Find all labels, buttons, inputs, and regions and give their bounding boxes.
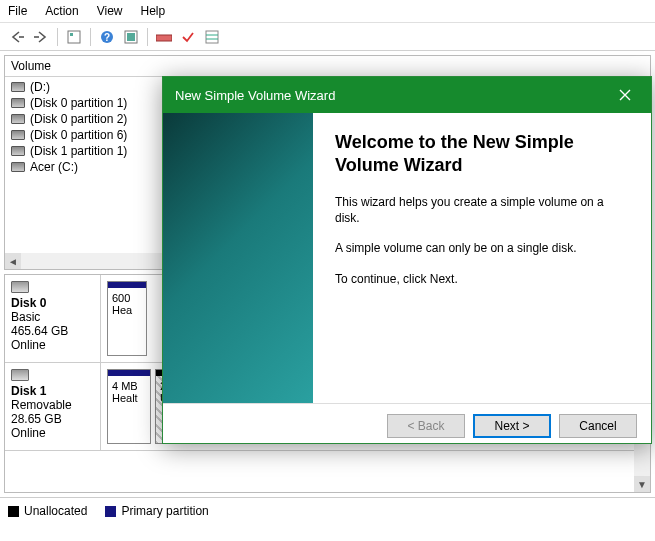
scroll-left-icon[interactable]: ◄ [5, 253, 21, 269]
volume-column-header[interactable]: Volume [5, 56, 650, 77]
cancel-button[interactable]: Cancel [559, 414, 637, 438]
volume-label: (Disk 0 partition 6) [30, 128, 127, 142]
svg-text:?: ? [104, 32, 110, 43]
disk-type: Removable [11, 398, 72, 412]
disk-type: Basic [11, 310, 40, 324]
disk-label[interactable]: Disk 1 Removable 28.65 GB Online [5, 363, 101, 450]
wizard-content: Welcome to the New Simple Volume Wizard … [313, 113, 651, 403]
partition-line: 600 [112, 292, 130, 304]
help-icon[interactable]: ? [96, 27, 118, 47]
menu-view[interactable]: View [97, 4, 123, 18]
menu-bar: File Action View Help [0, 0, 655, 23]
back-button[interactable]: < Back [387, 414, 465, 438]
partition[interactable]: 600 Hea [107, 281, 147, 356]
wizard-title: New Simple Volume Wizard [175, 88, 335, 103]
menu-action[interactable]: Action [45, 4, 78, 18]
check-icon[interactable] [177, 27, 199, 47]
disk-size: 28.65 GB [11, 412, 62, 426]
svg-rect-1 [70, 33, 73, 36]
svg-rect-5 [127, 33, 135, 41]
properties-icon[interactable] [63, 27, 85, 47]
disk-status: Online [11, 338, 46, 352]
volume-icon [11, 114, 25, 124]
partition-line: 4 MB [112, 380, 138, 392]
disk-name: Disk 1 [11, 384, 46, 398]
svg-rect-6 [156, 35, 172, 41]
wizard-paragraph: To continue, click Next. [335, 271, 629, 287]
new-simple-volume-wizard: New Simple Volume Wizard Welcome to the … [162, 76, 652, 444]
legend: Unallocated Primary partition [0, 497, 655, 524]
forward-icon[interactable] [30, 27, 52, 47]
volume-icon [11, 98, 25, 108]
svg-rect-7 [206, 31, 218, 43]
wizard-paragraph: This wizard helps you create a simple vo… [335, 194, 629, 226]
volume-label: (Disk 1 partition 1) [30, 144, 127, 158]
wizard-button-row: < Back Next > Cancel [163, 403, 651, 448]
disk-icon [11, 281, 29, 293]
refresh-icon[interactable] [120, 27, 142, 47]
legend-unallocated: Unallocated [8, 504, 87, 518]
wizard-heading: Welcome to the New Simple Volume Wizard [335, 131, 629, 176]
toolbar: ? [0, 23, 655, 51]
disk-label[interactable]: Disk 0 Basic 465.64 GB Online [5, 275, 101, 362]
volume-label: (Disk 0 partition 2) [30, 112, 127, 126]
wizard-paragraph: A simple volume can only be on a single … [335, 240, 629, 256]
disk-name: Disk 0 [11, 296, 46, 310]
legend-primary: Primary partition [105, 504, 208, 518]
volume-label: (Disk 0 partition 1) [30, 96, 127, 110]
close-icon[interactable] [611, 85, 639, 105]
disk-icon [11, 369, 29, 381]
list-icon[interactable] [153, 27, 175, 47]
volume-icon [11, 82, 25, 92]
volume-icon [11, 130, 25, 140]
settings-icon[interactable] [201, 27, 223, 47]
scroll-down-icon[interactable]: ▼ [634, 476, 650, 492]
volume-label: (D:) [30, 80, 50, 94]
volume-icon [11, 146, 25, 156]
volume-icon [11, 162, 25, 172]
disk-size: 465.64 GB [11, 324, 68, 338]
wizard-titlebar[interactable]: New Simple Volume Wizard [163, 77, 651, 113]
svg-rect-0 [68, 31, 80, 43]
partition-line: Healt [112, 392, 138, 404]
volume-label: Acer (C:) [30, 160, 78, 174]
wizard-side-banner [163, 113, 313, 403]
next-button[interactable]: Next > [473, 414, 551, 438]
menu-help[interactable]: Help [141, 4, 166, 18]
menu-file[interactable]: File [8, 4, 27, 18]
partition[interactable]: 4 MB Healt [107, 369, 151, 444]
back-icon[interactable] [6, 27, 28, 47]
disk-status: Online [11, 426, 46, 440]
partition-line: Hea [112, 304, 132, 316]
